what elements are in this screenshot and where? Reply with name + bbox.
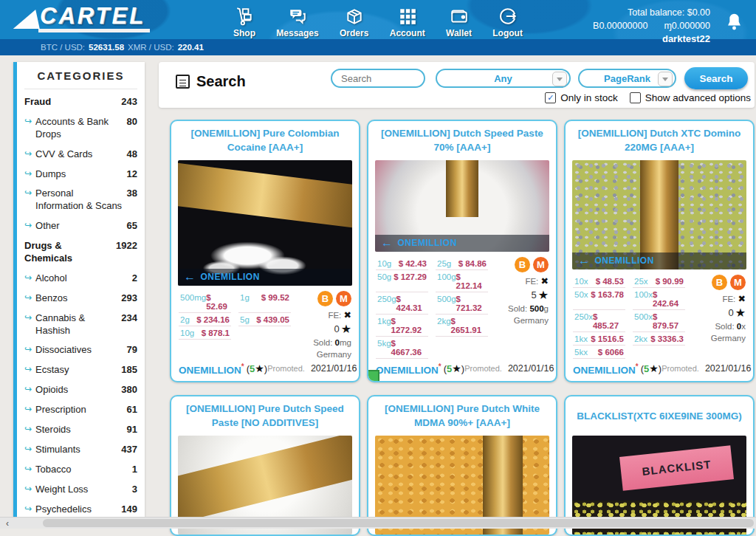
vendor-link[interactable]: ONEMILLION* — [376, 363, 441, 376]
category-count: 2 — [132, 272, 137, 285]
nav-item-logout[interactable]: Logout — [492, 7, 523, 38]
product-title[interactable]: [ONEMILLION] Pure Colombian Cocaine [AAA… — [171, 121, 359, 158]
sidebar-item-accounts-bank-drops[interactable]: ↪Accounts & Bank Drops80 — [24, 112, 137, 145]
sidebar-item-weight-loss[interactable]: ↪Weight Loss3 — [24, 480, 137, 500]
sidebar-item-dissociatives[interactable]: ↪Dissociatives79 — [24, 340, 137, 360]
category-count: 185 — [121, 364, 137, 377]
vendor-link[interactable]: ONEMILLION* — [179, 363, 244, 376]
sidebar-title: CATEGORIES — [24, 69, 137, 89]
nav-item-account[interactable]: Account — [390, 7, 425, 38]
chevron-down-icon[interactable] — [658, 72, 673, 86]
sidebar-item-ecstasy[interactable]: ↪Ecstasy185 — [24, 360, 137, 380]
search-button[interactable]: Search — [684, 67, 748, 89]
category-count: 234 — [121, 312, 137, 325]
category-label: Drugs & Chemicals — [24, 240, 111, 265]
star-icon: ★ — [735, 307, 746, 319]
sidebar-item-cannabis-hashish[interactable]: ↪Cannabis & Hashish234 — [24, 309, 137, 341]
subcategory-arrow-icon: ↪ — [24, 424, 32, 436]
advanced-options-checkbox[interactable]: Show advanced options — [630, 92, 751, 103]
fe-label: FE: — [525, 277, 538, 286]
username[interactable]: darktest22 — [593, 32, 710, 47]
card-footer: ONEMILLION* (5★) Promoted. 2021/01/16 — [368, 359, 556, 382]
star-icon: ★ — [255, 363, 264, 374]
advanced-options-label: Show advanced options — [645, 92, 751, 103]
nav-item-wallet[interactable]: Wallet — [446, 7, 472, 38]
product-rating: 5 ★ — [531, 289, 549, 301]
ship-from-country: Germany — [317, 350, 351, 359]
sidebar-item-prescription[interactable]: ↪Prescription61 — [24, 400, 137, 420]
sidebar-item-opioids[interactable]: ↪Opioids380 — [24, 380, 137, 400]
checkbox-checked-icon[interactable]: ✓ — [545, 92, 556, 103]
star-icon: ★ — [341, 323, 351, 335]
product-image[interactable]: ← ONEMILLION — [375, 160, 549, 252]
sidebar-item-dumps[interactable]: ↪Dumps12 — [24, 165, 137, 185]
logout-icon — [498, 7, 518, 26]
notifications-bell[interactable] — [724, 12, 744, 35]
fe-row: FE: ✖ — [328, 309, 351, 320]
category-count: 380 — [121, 384, 137, 396]
star-icon: ★ — [649, 363, 659, 374]
product-title[interactable]: [ONEMILLION] Pure Dutch Speed Paste [NO … — [171, 396, 359, 433]
promoted-label: Promoted. — [464, 364, 502, 373]
accepted-coins: B M — [712, 275, 746, 290]
price-option: 500mg$ 52.69 — [179, 291, 231, 313]
search-input[interactable] — [331, 69, 425, 88]
price-option: 100x$ 242.64 — [633, 288, 685, 310]
category-label: Psychedelics — [35, 504, 117, 516]
category-label: Stimulants — [35, 444, 117, 456]
price-option: 25x$ 90.99 — [633, 275, 685, 288]
category-label: Alcohol — [35, 272, 128, 285]
sidebar-item-alcohol[interactable]: ↪Alcohol2 — [24, 269, 137, 289]
scrollbar-thumb[interactable] — [43, 519, 754, 527]
sidebar-item-other[interactable]: ↪Other65 — [24, 216, 137, 236]
xmr-usd-label: XMR / USD: — [128, 43, 174, 52]
sidebar-item-benzos[interactable]: ↪Benzos293 — [24, 289, 137, 309]
fe-cross-icon: ✖ — [344, 310, 351, 320]
price-option: 250g$ 424.31 — [376, 292, 428, 315]
sidebar-item-tobacco[interactable]: ↪Tobacco1 — [24, 460, 137, 480]
sidebar-item-fraud[interactable]: Fraud243 — [24, 92, 137, 112]
product-image[interactable]: ← ONEMILLION — [178, 160, 352, 286]
star-icon: ★ — [452, 363, 461, 374]
product-title[interactable]: BLACKLIST(XTC 6IXE9INE 300MG) — [566, 396, 753, 433]
category-label: Ecstasy — [35, 364, 117, 377]
sidebar-item-cvv-cards[interactable]: ↪CVV & Cards48 — [24, 145, 137, 165]
nav-item-shop[interactable]: Shop — [233, 7, 255, 38]
sidebar-item-steroids[interactable]: ↪Steroids91 — [24, 420, 137, 440]
price-option: 500g$ 721.32 — [436, 292, 488, 315]
nav-item-orders[interactable]: Orders — [340, 7, 368, 38]
only-in-stock-checkbox[interactable]: ✓ Only in stock — [545, 92, 617, 103]
logo[interactable]: CARTEL — [16, 4, 150, 32]
price-option: 1kg$ 1272.92 — [376, 315, 428, 337]
gold-tube-graphic — [178, 436, 352, 527]
nav-label: Wallet — [446, 28, 472, 38]
nav-item-messages[interactable]: Messages — [276, 7, 318, 38]
subcategory-arrow-icon: ↪ — [24, 148, 32, 160]
checkbox-unchecked-icon[interactable] — [630, 92, 641, 103]
monero-icon: M — [336, 291, 351, 306]
sidebar-item-personal-information-scans[interactable]: ↪Personal Information & Scans38 — [24, 184, 137, 216]
fe-cross-icon: ✖ — [738, 294, 746, 304]
balance-block: Total balance: $0.00 B0.00000000 ɱ0.0000… — [593, 6, 710, 47]
chat-bubbles-icon — [288, 7, 307, 26]
chevron-down-icon[interactable] — [552, 72, 567, 86]
vendor-link[interactable]: ONEMILLION* — [573, 363, 639, 376]
sidebar-item-drugs-chemicals[interactable]: Drugs & Chemicals1922 — [24, 236, 137, 269]
vendor-rating: (5★) — [641, 363, 662, 374]
sort-select[interactable]: PageRank — [578, 69, 676, 88]
product-title[interactable]: [ONEMILLION] Dutch XTC Domino 220MG [AAA… — [566, 121, 753, 158]
vendor-overlay-name: ONEMILLION — [201, 272, 260, 282]
scroll-left-button[interactable]: ‹ — [2, 518, 13, 528]
left-arrow-icon: ← — [578, 255, 591, 267]
sold-row: Sold: 0mg — [313, 338, 351, 347]
vendor-mark: * — [241, 363, 244, 371]
category-select[interactable]: Any — [436, 69, 571, 88]
sidebar-item-psychedelics[interactable]: ↪Psychedelics149 — [24, 500, 137, 517]
category-count: 38 — [127, 188, 137, 200]
horizontal-scrollbar[interactable]: ‹ — [0, 517, 756, 529]
fe-cross-icon: ✖ — [541, 276, 549, 286]
product-title[interactable]: [ONEMILLION] Dutch Speed Paste 70% [AAA+… — [368, 121, 556, 158]
product-image[interactable]: ← ONEMILLION — [572, 160, 746, 269]
sidebar-item-stimulants[interactable]: ↪Stimulants437 — [24, 440, 137, 460]
product-title[interactable]: [ONEMILLION] Pure Dutch White MDMA 90%+ … — [368, 396, 556, 433]
